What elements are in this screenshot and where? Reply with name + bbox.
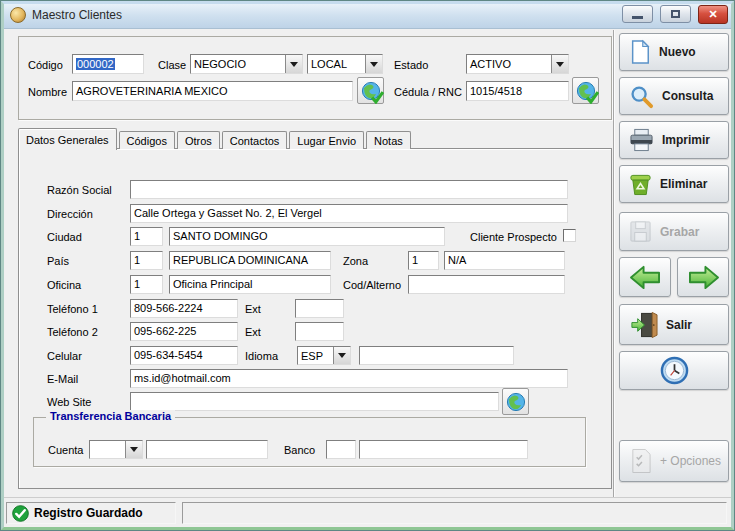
opciones-button-label: + Opciones <box>660 454 721 468</box>
pais-name-input[interactable]: REPUBLICA DOMINICANA <box>169 251 331 270</box>
tab-notas[interactable]: Notas <box>366 131 411 149</box>
status-message-panel: Registro Guardado <box>6 502 176 524</box>
website-open-button[interactable] <box>502 388 529 415</box>
cliente-prospecto-checkbox[interactable] <box>563 229 576 242</box>
estado-select[interactable]: ACTIVO <box>466 54 569 74</box>
opciones-button: + Opciones <box>619 440 729 482</box>
local-select[interactable]: LOCAL <box>307 54 383 74</box>
zona-code-input[interactable]: 1 <box>408 251 439 270</box>
telefono2-input[interactable]: 095-662-225 <box>130 322 238 341</box>
arrow-right-icon <box>687 263 720 292</box>
estado-label: Estado <box>394 59 428 71</box>
razon-social-label: Razón Social <box>47 184 112 196</box>
maximize-icon <box>671 10 680 18</box>
email-input[interactable]: ms.id@hotmail.com <box>130 369 568 388</box>
estado-dropdown-button[interactable] <box>551 55 568 73</box>
email-label: E-Mail <box>47 373 78 385</box>
oficina-label: Oficina <box>47 279 81 291</box>
nombre-input[interactable]: AGROVETERINARIA MEXICO <box>72 81 353 101</box>
cedula-label: Cédula / RNC <box>394 86 462 98</box>
ciudad-label: Ciudad <box>47 231 82 243</box>
website-label: Web Site <box>47 396 91 408</box>
next-record-button[interactable] <box>677 257 729 297</box>
exit-door-icon <box>629 311 658 339</box>
tab-otros[interactable]: Otros <box>177 131 220 149</box>
cliente-prospecto-label: Cliente Prospecto <box>470 231 557 243</box>
maximize-button[interactable] <box>660 5 691 23</box>
minimize-button[interactable] <box>622 5 653 23</box>
tabstrip: Datos Generales Códigos Otros Contactos … <box>18 127 411 149</box>
oficina-name-input[interactable]: Oficina Principal <box>169 275 331 294</box>
celular-label: Celular <box>47 350 82 362</box>
celular-input[interactable]: 095-634-5454 <box>130 346 238 365</box>
pais-code-input[interactable]: 1 <box>130 251 163 270</box>
sidebar-separator <box>613 30 615 497</box>
previous-record-button[interactable] <box>619 257 671 297</box>
website-input[interactable] <box>130 392 499 411</box>
ciudad-name-input[interactable]: SANTO DOMINGO <box>169 227 445 246</box>
codigo-input[interactable]: 000002 <box>72 54 144 74</box>
idioma-label: Idioma <box>245 350 278 362</box>
eliminar-button[interactable]: Eliminar <box>619 165 729 203</box>
razon-social-input[interactable] <box>130 180 568 199</box>
oficina-code-input[interactable]: 1 <box>130 275 163 294</box>
tab-datos-generales[interactable]: Datos Generales <box>18 128 117 150</box>
clock-icon <box>660 356 689 385</box>
ext2-input[interactable] <box>295 322 344 341</box>
consulta-button-label: Consulta <box>662 89 713 103</box>
clock-button[interactable] <box>619 351 729 390</box>
tab-lugar-envio[interactable]: Lugar Envio <box>289 131 364 149</box>
imprimir-button[interactable]: Imprimir <box>619 121 729 159</box>
transferencia-bancaria-groupbox: Transferencia Bancaria Cuenta Banco <box>33 417 586 467</box>
ext2-label: Ext <box>245 326 261 338</box>
nuevo-button[interactable]: Nuevo <box>619 33 729 71</box>
local-dropdown-button[interactable] <box>365 55 382 73</box>
cod-alterno-input[interactable] <box>408 275 565 294</box>
chevron-down-icon <box>370 62 378 67</box>
nombre-web-lookup-button[interactable] <box>357 77 384 104</box>
cuenta-input[interactable] <box>146 440 268 459</box>
telefono1-label: Teléfono 1 <box>47 303 98 315</box>
minimize-icon <box>632 16 643 19</box>
clase-dropdown-button[interactable] <box>285 55 302 73</box>
tab-codigos[interactable]: Códigos <box>119 131 175 149</box>
salir-button-label: Salir <box>666 318 692 332</box>
pais-label: País <box>47 255 69 267</box>
consulta-button[interactable]: Consulta <box>619 77 729 115</box>
floppy-disk-icon <box>629 220 652 243</box>
banco-name-input[interactable] <box>359 440 528 459</box>
idioma-extra-input[interactable] <box>359 346 514 365</box>
tab-contactos[interactable]: Contactos <box>222 131 288 149</box>
telefono1-input[interactable]: 809-566-2224 <box>130 299 238 318</box>
close-icon: ✕ <box>708 8 717 21</box>
ext1-input[interactable] <box>295 299 344 318</box>
banco-code-input[interactable] <box>326 440 356 459</box>
chevron-down-icon <box>130 447 138 452</box>
eliminar-button-label: Eliminar <box>660 177 707 191</box>
banco-label: Banco <box>284 444 315 456</box>
ext1-label: Ext <box>245 303 261 315</box>
ciudad-code-input[interactable]: 1 <box>130 227 163 246</box>
grabar-button-label: Grabar <box>660 225 699 239</box>
zona-name-input[interactable]: N/A <box>444 251 565 270</box>
grabar-button: Grabar <box>619 212 729 251</box>
zona-label: Zona <box>343 255 368 267</box>
arrow-left-icon <box>629 263 662 292</box>
chevron-down-icon <box>556 62 564 67</box>
cedula-input[interactable]: 1015/4518 <box>466 81 569 101</box>
cuenta-select[interactable] <box>89 440 143 459</box>
codigo-label: Código <box>28 59 63 71</box>
cuenta-dropdown-button[interactable] <box>125 441 142 458</box>
idioma-select[interactable]: ESP <box>297 346 351 365</box>
cedula-web-lookup-button[interactable] <box>572 77 599 104</box>
status-empty-panel <box>182 502 727 524</box>
direccion-input[interactable]: Calle Ortega y Gasset No. 2, El Vergel <box>130 204 568 223</box>
app-icon <box>10 7 26 23</box>
salir-button[interactable]: Salir <box>619 304 729 345</box>
close-button[interactable]: ✕ <box>698 5 728 24</box>
check-icon <box>371 91 384 104</box>
status-message: Registro Guardado <box>34 506 143 520</box>
idioma-dropdown-button[interactable] <box>333 347 350 364</box>
clase-select[interactable]: NEGOCIO <box>190 54 303 74</box>
imprimir-button-label: Imprimir <box>662 133 710 147</box>
